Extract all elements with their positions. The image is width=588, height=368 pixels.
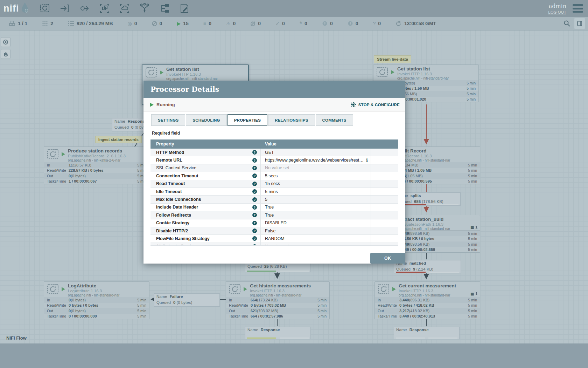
processor-produce-station-records[interactable]: Produce station records PublishKafkaReco… [44, 146, 149, 184]
stat-tasks: Tasks/Time1 / 00:00:00.0675 min [44, 179, 149, 184]
info-icon[interactable] [364, 158, 368, 163]
property-row: Disable HTTP/2False [150, 227, 398, 235]
canvas-label-ingest-station-records[interactable]: Ingest station records [95, 136, 142, 143]
help-icon[interactable] [252, 166, 257, 170]
status-cluster: 1 / 1 [9, 21, 27, 26]
connection-label-queued-25[interactable]: Queued25 (6.28 KB) [245, 263, 311, 272]
help-icon[interactable] [252, 213, 257, 217]
processor-stamp-icon [378, 284, 390, 297]
processor-get-historic-measurements[interactable]: Get historic measurements InvokeHTTP 1.1… [226, 281, 330, 319]
status-locally-modified-stale: 0 [348, 21, 358, 26]
status-locally-modified: *0 [300, 20, 307, 27]
help-icon[interactable] [252, 244, 257, 246]
dialog-status-strip: Running STOP & CONFIGURE [144, 98, 405, 111]
help-icon[interactable] [252, 221, 257, 225]
refresh-icon[interactable] [396, 21, 401, 27]
running-status-icon [244, 287, 247, 291]
connection-label-response-bottom-right[interactable]: NameResponse [394, 327, 460, 339]
tab-properties[interactable]: PROPERTIES [227, 114, 267, 126]
disabled-icon [250, 21, 255, 26]
required-field-note: Required field [152, 131, 405, 136]
processor-type: InvokeHTTP 1.16.3 [166, 72, 248, 77]
remote-process-group-icon[interactable] [119, 2, 131, 14]
canvas-label-stream-live-data[interactable]: Stream live-data [374, 55, 411, 63]
column-property: Property [150, 142, 261, 146]
processor-stamp-icon [47, 284, 59, 297]
property-row: SSL Context ServiceNo value set [150, 164, 398, 172]
help-icon[interactable] [252, 197, 257, 202]
logout-link[interactable]: LOG OUT [548, 10, 566, 14]
processor-icon[interactable] [39, 2, 51, 14]
property-row: Follow RedirectsTrue [150, 211, 398, 219]
stat-readwrite: Read/Write228.57 KB / 0 bytes5 min [44, 168, 149, 173]
stopped-icon: ■ [203, 21, 206, 26]
property-row: Include Date HeaderTrue [150, 204, 398, 211]
property-row: Attributes to SendNo value set [150, 243, 398, 246]
active-tasks-badge: ▦1 [470, 225, 477, 229]
birdseye-button[interactable] [1, 37, 10, 47]
stop-and-configure-button[interactable]: STOP & CONFIGURE [350, 102, 400, 108]
property-row: HTTP MethodGET [150, 149, 398, 156]
processor-bundle: org.apache.nifi - nifi-standard-nar [397, 76, 478, 81]
label-icon[interactable] [178, 2, 190, 14]
help-icon[interactable] [252, 189, 257, 194]
processor-get-current-measurement[interactable]: Get current measurement InvokeHTTP 1.16.… [374, 281, 480, 319]
up-to-date-icon: ✓ [275, 21, 280, 26]
tab-scheduling[interactable]: SCHEDULING [186, 114, 226, 126]
input-port-icon[interactable] [59, 2, 71, 14]
status-running: ▶15 [177, 21, 188, 26]
running-status-icon [62, 152, 65, 156]
status-invalid: ⚠0 [226, 21, 236, 26]
invalid-icon: ⚠ [226, 21, 231, 26]
queue-usage-bars [247, 271, 309, 272]
connection-label-response-bottom[interactable]: NameResponse [245, 327, 311, 339]
locally-modified-icon: * [300, 20, 302, 27]
processor-type: LogAttribute 1.16.3 [68, 289, 149, 293]
status-refresh: 13:00:58 GMT [396, 21, 436, 27]
processor-bundle: org.apache.nifi - nifi-kafka-2-6-nar [68, 158, 149, 163]
template-icon[interactable] [159, 2, 170, 14]
stat-out: Out0 (0 bytes)5 min [44, 308, 149, 314]
locally-modified-stale-icon [348, 21, 353, 26]
tab-settings[interactable]: SETTINGS [151, 114, 185, 126]
properties-table-header: Property Value [150, 139, 398, 149]
search-icon[interactable] [564, 20, 570, 27]
help-icon[interactable] [252, 158, 257, 163]
help-icon[interactable] [252, 229, 257, 233]
process-group-icon[interactable] [99, 2, 111, 14]
breadcrumb-nifi-flow[interactable]: NiFi Flow [6, 335, 27, 341]
help-icon[interactable] [252, 182, 257, 186]
global-menu-icon[interactable] [573, 4, 583, 13]
stat-in: In3,440 (896.31 KB)5 min [375, 297, 480, 303]
connection-label-failure[interactable]: NameFailure Queued0 (0 bytes) [154, 293, 220, 307]
help-icon[interactable] [252, 173, 257, 178]
pan-hand-button[interactable] [1, 49, 10, 59]
processor-title: Split Record [399, 148, 480, 154]
stat-readwrite: Read/Write0 bytes / 418.02 KB5 min [375, 303, 480, 308]
thread-grid-icon [42, 21, 48, 26]
ok-button[interactable]: OK [370, 253, 405, 264]
processor-title: Produce station records [68, 148, 149, 154]
tab-comments[interactable]: COMMENTS [316, 114, 353, 126]
processor-type: InvokeHTTP 1.16.3 [397, 72, 478, 76]
running-status-icon [160, 70, 163, 75]
funnel-icon[interactable] [139, 2, 150, 14]
processor-title: Get station list [397, 66, 478, 72]
processor-type: EvaluateJsonPath 1.16.3 [399, 222, 480, 227]
stat-out: Out621 (703.02 MB)5 min [226, 308, 329, 314]
queued-list-icon [68, 21, 74, 26]
help-icon[interactable] [252, 236, 257, 241]
help-icon[interactable] [252, 150, 257, 155]
property-row: Read Timeout15 secs [150, 180, 398, 188]
app-header: nifi admin LOG OUT [0, 0, 588, 17]
settings-panel-button[interactable] [574, 18, 585, 29]
tab-relationships[interactable]: RELATIONSHIPS [268, 114, 315, 126]
dialog-tabs: SETTINGS SCHEDULING PROPERTIES RELATIONS… [151, 114, 405, 126]
property-row: Cookie StrategyDISABLED [150, 219, 398, 227]
running-status-icon [392, 287, 396, 291]
running-status-icon [391, 70, 394, 74]
help-icon[interactable] [252, 205, 257, 210]
property-row: Remote URLhttps://www.pegelonline.wsv.de… [150, 156, 398, 164]
output-port-icon[interactable] [79, 2, 91, 14]
processor-log-attribute[interactable]: LogAttribute LogAttribute 1.16.3 org.apa… [44, 281, 149, 319]
